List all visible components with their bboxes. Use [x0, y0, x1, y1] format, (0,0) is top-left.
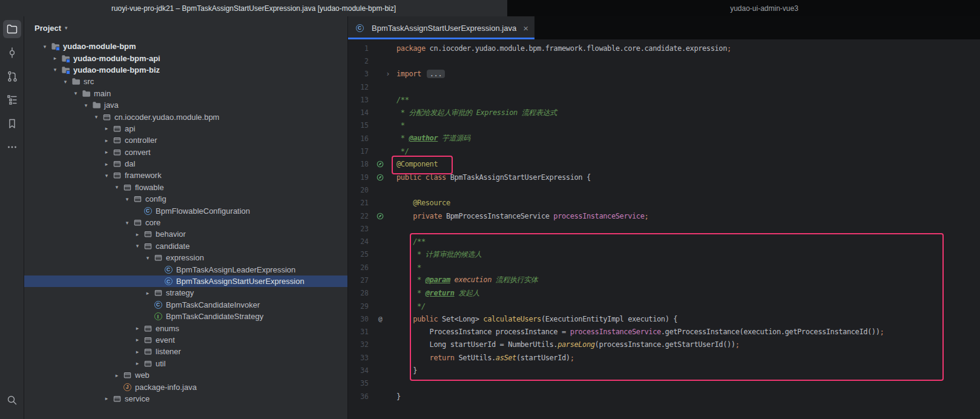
tree-item-main[interactable]: ▾main — [24, 88, 347, 99]
chevron-down-icon[interactable]: ▾ — [71, 90, 81, 96]
code-text[interactable]: * — [392, 263, 421, 272]
spring-bean-icon[interactable] — [369, 173, 392, 182]
tree-item-util[interactable]: ▸util — [24, 358, 347, 369]
tree-item-expression[interactable]: ▾expression — [24, 252, 347, 263]
code-text[interactable]: return SetUtils.asSet(startUserId); — [392, 354, 574, 362]
structure-icon[interactable] — [3, 91, 21, 109]
code-text[interactable]: /** — [392, 237, 426, 246]
code-text[interactable]: * 分配给发起人审批的 Expression 流程表达式 — [392, 108, 557, 118]
chevron-right-icon[interactable]: ▸ — [102, 149, 111, 155]
code-text[interactable]: ProcessInstance processInstance = proces… — [392, 328, 884, 336]
chevron-down-icon[interactable]: ▾ — [65, 25, 68, 31]
chevron-right-icon[interactable]: ▸ — [133, 231, 142, 237]
tree-item-candidate[interactable]: ▾candidate — [24, 240, 347, 252]
fold-chevron-icon[interactable]: › — [369, 70, 392, 78]
chevron-right-icon[interactable]: ▸ — [143, 290, 153, 296]
project-tool-icon[interactable] — [3, 20, 21, 38]
tree-item-core[interactable]: ▾core — [24, 217, 347, 228]
tree-item-bpmtaskcandidatestrategy[interactable]: IBpmTaskCandidateStrategy — [24, 311, 347, 322]
tree-item-convert[interactable]: ▸convert — [24, 147, 347, 158]
chevron-down-icon[interactable]: ▾ — [102, 173, 111, 179]
tree-item-flowable[interactable]: ▾flowable — [24, 182, 347, 193]
chevron-right-icon[interactable]: ▸ — [102, 137, 111, 144]
code-text[interactable]: * @param execution 流程执行实体 — [392, 275, 538, 285]
code-text[interactable]: private BpmProcessInstanceService proces… — [392, 212, 648, 220]
chevron-down-icon[interactable]: ▾ — [122, 220, 132, 226]
chevron-down-icon[interactable]: ▾ — [143, 255, 153, 261]
editor-body[interactable]: 1package cn.iocoder.yudao.module.bpm.fra… — [348, 39, 980, 419]
chevron-down-icon[interactable]: ▾ — [91, 114, 101, 120]
tree-item-dal[interactable]: ▸dal — [24, 158, 347, 170]
code-text[interactable]: package cn.iocoder.yudao.module.bpm.fram… — [392, 44, 731, 53]
background-window-title[interactable]: yudao-ui-admin-vue3 — [507, 0, 980, 16]
code-text[interactable]: * 计算审批的候选人 — [392, 249, 482, 260]
tree-item-framework[interactable]: ▾framework — [24, 170, 347, 181]
chevron-right-icon[interactable]: ▸ — [133, 325, 142, 331]
spring-bean-icon[interactable] — [369, 160, 392, 168]
spring-bean-icon[interactable] — [369, 212, 392, 220]
chevron-down-icon[interactable]: ▾ — [122, 196, 132, 202]
code-text[interactable]: /** — [392, 96, 409, 104]
tree-item-controller[interactable]: ▸controller — [24, 134, 347, 146]
tree-item-api[interactable]: ▸api — [24, 123, 347, 134]
code-text[interactable]: * @author 芋道源码 — [392, 133, 470, 144]
tree-item-event[interactable]: ▸event — [24, 334, 347, 346]
tree-item-service[interactable]: ▸service — [24, 393, 347, 404]
tree-item-strategy[interactable]: ▸strategy — [24, 287, 347, 299]
chevron-right-icon[interactable]: ▸ — [133, 337, 142, 343]
code-text[interactable]: } — [392, 366, 417, 375]
more-tool-windows-icon[interactable] — [3, 138, 21, 156]
code-text[interactable]: @Component — [392, 160, 438, 168]
chevron-down-icon[interactable]: ▾ — [112, 184, 122, 190]
code-text[interactable]: */ — [392, 302, 426, 311]
code-text[interactable]: public class BpmTaskAssignStartUserExpre… — [392, 173, 591, 182]
code-text[interactable]: Long startUserId = NumberUtils.parseLong… — [392, 340, 739, 349]
close-icon[interactable]: × — [523, 24, 528, 33]
chevron-right-icon[interactable]: ▸ — [133, 349, 142, 355]
tree-item-enums[interactable]: ▸enums — [24, 322, 347, 334]
code-text[interactable]: import ... — [392, 70, 445, 78]
search-icon[interactable] — [3, 391, 21, 409]
tree-item-config[interactable]: ▾config — [24, 193, 347, 205]
code-text[interactable]: @Resource — [392, 199, 450, 207]
chevron-right-icon[interactable]: ▸ — [102, 125, 111, 131]
code-text[interactable]: } — [392, 392, 401, 401]
chevron-down-icon[interactable]: ▾ — [40, 44, 50, 50]
chevron-down-icon[interactable]: ▾ — [50, 67, 60, 73]
tree-item-behavior[interactable]: ▸behavior — [24, 228, 347, 240]
tree-item-bpmtaskcandidateinvoker[interactable]: CBpmTaskCandidateInvoker — [24, 299, 347, 311]
code-text[interactable]: * — [392, 121, 405, 130]
tree-item-cn-iocoder-yudao-module-bpm[interactable]: ▾cn.iocoder.yudao.module.bpm — [24, 111, 347, 122]
chevron-right-icon[interactable]: ▸ — [102, 161, 111, 167]
chevron-right-icon[interactable]: ▸ — [50, 55, 60, 61]
tree-item-src[interactable]: ▾src — [24, 76, 347, 87]
tree-item-yudao-module-bpm-api[interactable]: ▸yudao-module-bpm-api — [24, 52, 347, 64]
folder-icon — [70, 77, 81, 87]
tree-item-yudao-module-bpm-biz[interactable]: ▾yudao-module-bpm-biz — [24, 64, 347, 76]
tree-item-label: flowable — [135, 183, 164, 192]
tree-item-yudao-module-bpm[interactable]: ▾yudao-module-bpm — [24, 41, 347, 52]
chevron-right-icon[interactable]: ▸ — [112, 372, 122, 378]
annotation-gutter-icon[interactable]: @ — [369, 315, 392, 323]
tree-item-web[interactable]: ▸web — [24, 369, 347, 381]
code-text[interactable]: */ — [392, 147, 409, 156]
chevron-down-icon[interactable]: ▾ — [133, 243, 142, 249]
project-panel-header[interactable]: Project ▾ — [24, 16, 347, 39]
tree-item-bpmflowableconfiguration[interactable]: CBpmFlowableConfiguration — [24, 205, 347, 216]
tab-bpmtaskassignstartuserexpression[interactable]: C BpmTaskAssignStartUserExpression.java … — [348, 16, 534, 39]
commit-icon[interactable] — [3, 44, 21, 62]
code-text[interactable]: public Set<Long> calculateUsers(Executio… — [392, 315, 677, 323]
chevron-right-icon[interactable]: ▸ — [133, 360, 142, 366]
folded-imports-chip[interactable]: ... — [427, 70, 445, 78]
tree-item-listener[interactable]: ▸listener — [24, 346, 347, 357]
chevron-down-icon[interactable]: ▾ — [61, 79, 70, 85]
chevron-down-icon[interactable]: ▾ — [81, 102, 91, 108]
chevron-right-icon[interactable]: ▸ — [102, 395, 111, 401]
tree-item-package-info-java[interactable]: Jpackage-info.java — [24, 381, 347, 392]
tree-item-bpmtaskassignleaderexpression[interactable]: CBpmTaskAssignLeaderExpression — [24, 263, 347, 275]
tree-item-bpmtaskassignstartuserexpression[interactable]: CBpmTaskAssignStartUserExpression — [24, 275, 347, 287]
code-text[interactable]: * @return 发起人 — [392, 288, 479, 299]
pull-requests-icon[interactable] — [3, 67, 21, 85]
tree-item-java[interactable]: ▾java — [24, 99, 347, 111]
bookmarks-icon[interactable] — [3, 114, 21, 133]
